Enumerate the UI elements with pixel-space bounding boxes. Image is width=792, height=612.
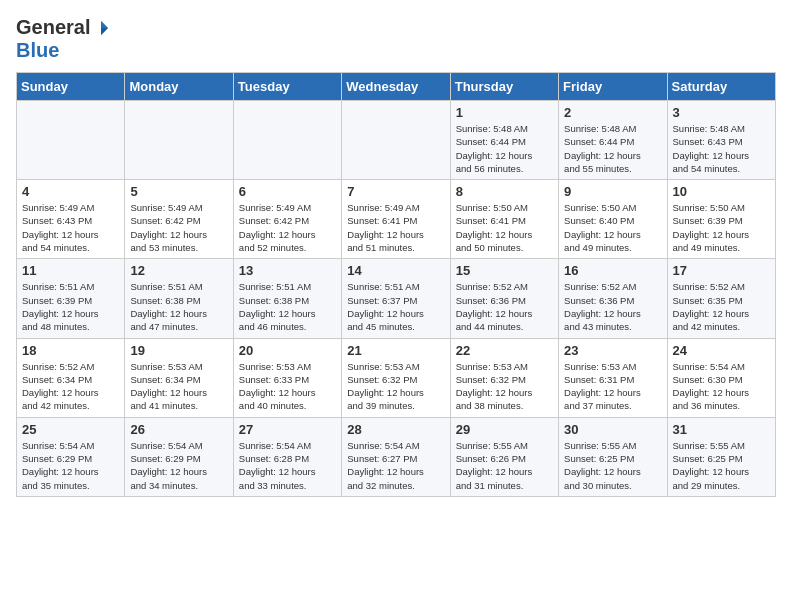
day-number: 6	[239, 184, 336, 199]
calendar-cell: 23Sunrise: 5:53 AM Sunset: 6:31 PM Dayli…	[559, 338, 667, 417]
logo-blue-text: Blue	[16, 39, 59, 61]
day-info: Sunrise: 5:53 AM Sunset: 6:32 PM Dayligh…	[456, 360, 553, 413]
day-info: Sunrise: 5:50 AM Sunset: 6:41 PM Dayligh…	[456, 201, 553, 254]
weekday-header-wednesday: Wednesday	[342, 73, 450, 101]
day-number: 30	[564, 422, 661, 437]
weekday-header-sunday: Sunday	[17, 73, 125, 101]
day-number: 25	[22, 422, 119, 437]
calendar-cell: 28Sunrise: 5:54 AM Sunset: 6:27 PM Dayli…	[342, 417, 450, 496]
day-number: 3	[673, 105, 770, 120]
calendar-cell: 2Sunrise: 5:48 AM Sunset: 6:44 PM Daylig…	[559, 101, 667, 180]
calendar-week-row: 25Sunrise: 5:54 AM Sunset: 6:29 PM Dayli…	[17, 417, 776, 496]
day-info: Sunrise: 5:48 AM Sunset: 6:43 PM Dayligh…	[673, 122, 770, 175]
svg-marker-0	[101, 20, 108, 27]
day-number: 21	[347, 343, 444, 358]
day-info: Sunrise: 5:55 AM Sunset: 6:25 PM Dayligh…	[564, 439, 661, 492]
weekday-header-row: SundayMondayTuesdayWednesdayThursdayFrid…	[17, 73, 776, 101]
day-number: 5	[130, 184, 227, 199]
day-info: Sunrise: 5:53 AM Sunset: 6:33 PM Dayligh…	[239, 360, 336, 413]
day-number: 15	[456, 263, 553, 278]
calendar-cell: 6Sunrise: 5:49 AM Sunset: 6:42 PM Daylig…	[233, 180, 341, 259]
calendar-week-row: 18Sunrise: 5:52 AM Sunset: 6:34 PM Dayli…	[17, 338, 776, 417]
day-info: Sunrise: 5:49 AM Sunset: 6:42 PM Dayligh…	[130, 201, 227, 254]
calendar-cell: 9Sunrise: 5:50 AM Sunset: 6:40 PM Daylig…	[559, 180, 667, 259]
logo-icon	[92, 19, 110, 37]
day-info: Sunrise: 5:54 AM Sunset: 6:30 PM Dayligh…	[673, 360, 770, 413]
weekday-header-friday: Friday	[559, 73, 667, 101]
day-number: 19	[130, 343, 227, 358]
calendar-cell: 11Sunrise: 5:51 AM Sunset: 6:39 PM Dayli…	[17, 259, 125, 338]
day-info: Sunrise: 5:51 AM Sunset: 6:38 PM Dayligh…	[239, 280, 336, 333]
calendar-cell: 31Sunrise: 5:55 AM Sunset: 6:25 PM Dayli…	[667, 417, 775, 496]
day-number: 9	[564, 184, 661, 199]
calendar-cell: 24Sunrise: 5:54 AM Sunset: 6:30 PM Dayli…	[667, 338, 775, 417]
day-number: 16	[564, 263, 661, 278]
calendar-cell	[125, 101, 233, 180]
calendar-cell: 16Sunrise: 5:52 AM Sunset: 6:36 PM Dayli…	[559, 259, 667, 338]
day-number: 12	[130, 263, 227, 278]
calendar-week-row: 11Sunrise: 5:51 AM Sunset: 6:39 PM Dayli…	[17, 259, 776, 338]
day-info: Sunrise: 5:50 AM Sunset: 6:39 PM Dayligh…	[673, 201, 770, 254]
calendar-cell: 8Sunrise: 5:50 AM Sunset: 6:41 PM Daylig…	[450, 180, 558, 259]
day-number: 18	[22, 343, 119, 358]
day-info: Sunrise: 5:53 AM Sunset: 6:34 PM Dayligh…	[130, 360, 227, 413]
calendar-week-row: 4Sunrise: 5:49 AM Sunset: 6:43 PM Daylig…	[17, 180, 776, 259]
day-number: 23	[564, 343, 661, 358]
day-info: Sunrise: 5:54 AM Sunset: 6:29 PM Dayligh…	[130, 439, 227, 492]
day-number: 10	[673, 184, 770, 199]
day-number: 26	[130, 422, 227, 437]
calendar-cell: 3Sunrise: 5:48 AM Sunset: 6:43 PM Daylig…	[667, 101, 775, 180]
day-number: 13	[239, 263, 336, 278]
calendar-cell: 25Sunrise: 5:54 AM Sunset: 6:29 PM Dayli…	[17, 417, 125, 496]
weekday-header-tuesday: Tuesday	[233, 73, 341, 101]
day-info: Sunrise: 5:52 AM Sunset: 6:34 PM Dayligh…	[22, 360, 119, 413]
weekday-header-thursday: Thursday	[450, 73, 558, 101]
day-number: 7	[347, 184, 444, 199]
page-header: General Blue	[16, 16, 776, 62]
calendar-cell: 14Sunrise: 5:51 AM Sunset: 6:37 PM Dayli…	[342, 259, 450, 338]
day-info: Sunrise: 5:52 AM Sunset: 6:35 PM Dayligh…	[673, 280, 770, 333]
weekday-header-saturday: Saturday	[667, 73, 775, 101]
calendar-cell: 22Sunrise: 5:53 AM Sunset: 6:32 PM Dayli…	[450, 338, 558, 417]
calendar-cell	[342, 101, 450, 180]
calendar-cell	[233, 101, 341, 180]
day-number: 17	[673, 263, 770, 278]
day-number: 28	[347, 422, 444, 437]
calendar-cell: 19Sunrise: 5:53 AM Sunset: 6:34 PM Dayli…	[125, 338, 233, 417]
day-info: Sunrise: 5:52 AM Sunset: 6:36 PM Dayligh…	[456, 280, 553, 333]
day-number: 24	[673, 343, 770, 358]
day-number: 8	[456, 184, 553, 199]
day-number: 1	[456, 105, 553, 120]
day-number: 27	[239, 422, 336, 437]
calendar-cell: 21Sunrise: 5:53 AM Sunset: 6:32 PM Dayli…	[342, 338, 450, 417]
calendar-cell: 5Sunrise: 5:49 AM Sunset: 6:42 PM Daylig…	[125, 180, 233, 259]
logo: General Blue	[16, 16, 110, 62]
day-info: Sunrise: 5:49 AM Sunset: 6:41 PM Dayligh…	[347, 201, 444, 254]
day-info: Sunrise: 5:55 AM Sunset: 6:25 PM Dayligh…	[673, 439, 770, 492]
day-number: 2	[564, 105, 661, 120]
calendar-cell: 29Sunrise: 5:55 AM Sunset: 6:26 PM Dayli…	[450, 417, 558, 496]
day-number: 31	[673, 422, 770, 437]
calendar-cell: 26Sunrise: 5:54 AM Sunset: 6:29 PM Dayli…	[125, 417, 233, 496]
day-info: Sunrise: 5:53 AM Sunset: 6:32 PM Dayligh…	[347, 360, 444, 413]
day-info: Sunrise: 5:52 AM Sunset: 6:36 PM Dayligh…	[564, 280, 661, 333]
day-info: Sunrise: 5:54 AM Sunset: 6:29 PM Dayligh…	[22, 439, 119, 492]
calendar-cell: 27Sunrise: 5:54 AM Sunset: 6:28 PM Dayli…	[233, 417, 341, 496]
logo-general-text: General	[16, 16, 90, 39]
day-info: Sunrise: 5:48 AM Sunset: 6:44 PM Dayligh…	[564, 122, 661, 175]
day-number: 11	[22, 263, 119, 278]
calendar-cell: 30Sunrise: 5:55 AM Sunset: 6:25 PM Dayli…	[559, 417, 667, 496]
calendar-cell: 4Sunrise: 5:49 AM Sunset: 6:43 PM Daylig…	[17, 180, 125, 259]
weekday-header-monday: Monday	[125, 73, 233, 101]
calendar-week-row: 1Sunrise: 5:48 AM Sunset: 6:44 PM Daylig…	[17, 101, 776, 180]
day-info: Sunrise: 5:51 AM Sunset: 6:38 PM Dayligh…	[130, 280, 227, 333]
calendar-cell: 12Sunrise: 5:51 AM Sunset: 6:38 PM Dayli…	[125, 259, 233, 338]
calendar-cell	[17, 101, 125, 180]
day-number: 14	[347, 263, 444, 278]
day-number: 29	[456, 422, 553, 437]
calendar-cell: 13Sunrise: 5:51 AM Sunset: 6:38 PM Dayli…	[233, 259, 341, 338]
calendar-cell: 1Sunrise: 5:48 AM Sunset: 6:44 PM Daylig…	[450, 101, 558, 180]
day-info: Sunrise: 5:54 AM Sunset: 6:27 PM Dayligh…	[347, 439, 444, 492]
day-info: Sunrise: 5:54 AM Sunset: 6:28 PM Dayligh…	[239, 439, 336, 492]
day-info: Sunrise: 5:48 AM Sunset: 6:44 PM Dayligh…	[456, 122, 553, 175]
